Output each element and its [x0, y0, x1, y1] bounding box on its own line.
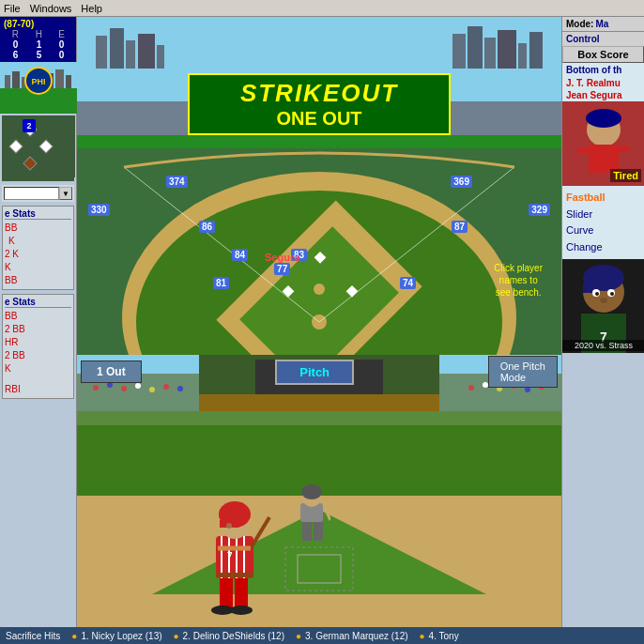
svg-rect-90: [617, 146, 630, 151]
pitch-button[interactable]: Pitch: [275, 360, 354, 385]
svg-rect-58: [199, 394, 439, 411]
inning-text: Bottom of th: [566, 65, 621, 75]
batter-svg: 7: [199, 484, 274, 616]
matchup-label: 2020 vs. Strass: [562, 340, 644, 351]
svg-text:7: 7: [227, 551, 233, 561]
player-74: 74: [400, 277, 416, 289]
stat-1-4: K: [5, 261, 71, 274]
svg-rect-5: [55, 69, 64, 88]
score-table: R H E 0 1 0 6 5 0: [4, 29, 72, 60]
team1-r: 0: [4, 39, 27, 50]
game-view: 7 1 Out Pitch: [77, 355, 561, 644]
svg-point-81: [301, 484, 322, 499]
pitch-change[interactable]: Change: [566, 239, 640, 256]
player-86: 86: [199, 221, 215, 233]
box-score-button[interactable]: Box Score: [562, 46, 644, 63]
svg-text:2: 2: [26, 121, 31, 130]
mode-bar: Mode: Ma: [562, 17, 644, 31]
svg-rect-60: [220, 574, 233, 611]
controller-bar: Control: [562, 31, 644, 46]
batter-photo: 7 2020 vs. Strass: [562, 259, 644, 353]
segura-name: Segura: [265, 252, 299, 263]
bottom-player-2[interactable]: 2. Delino DeShields (12): [183, 631, 284, 641]
player-77: 77: [274, 263, 290, 275]
pitch-slider[interactable]: Slider: [566, 207, 640, 223]
stat-1-2: K: [8, 235, 15, 248]
stat-2-3: HR: [5, 336, 71, 349]
score-header-e: E: [51, 29, 72, 39]
inning-info: Bottom of th: [562, 63, 644, 77]
sacrifice-hits-label: Sacrifice Hits: [6, 631, 60, 641]
bottom-player-1[interactable]: 1. Nicky Lopez (13): [81, 631, 161, 641]
svg-point-99: [610, 292, 614, 296]
right-panel: Mode: Ma Control Box Score Bottom of th …: [561, 17, 644, 644]
svg-line-70: [251, 517, 269, 548]
svg-rect-2: [12, 71, 20, 88]
player-2-name[interactable]: Jean Segura: [562, 89, 644, 101]
stat-1-5: BB: [5, 274, 71, 287]
stat-2-1: BB: [5, 310, 71, 323]
svg-rect-6: [66, 75, 71, 88]
svg-rect-33: [138, 34, 155, 69]
stats-panel-2-title: e Stats: [5, 297, 71, 308]
pitcher-photo: Tired: [562, 101, 644, 186]
svg-rect-1: [5, 75, 10, 88]
score-header-r: R: [4, 29, 27, 39]
bottom-player-3[interactable]: 3. German Marquez (12): [305, 631, 408, 641]
stat-1-3: 2 K: [5, 248, 19, 261]
bottom-bar: Sacrifice Hits ● 1. Nicky Lopez (13) ● 2…: [0, 627, 644, 644]
menu-help[interactable]: Help: [81, 3, 102, 14]
distance-369: 369: [451, 176, 472, 188]
player-1-name[interactable]: J. T. Realmu: [562, 77, 644, 89]
home-plate-area: [284, 545, 355, 592]
pitch-curve[interactable]: Curve: [566, 222, 640, 239]
field-aerial-svg: [77, 148, 561, 355]
base-runners-area: 2: [2, 115, 74, 181]
svg-point-63: [230, 606, 253, 615]
svg-point-75: [226, 523, 232, 529]
tired-badge: Tired: [610, 169, 641, 182]
control-bar: 1 Out Pitch One PitchMode: [77, 355, 561, 389]
main-layout: (87-70) R H E 0 1 0 6 5 0: [0, 17, 644, 644]
svg-rect-34: [157, 45, 164, 69]
svg-line-82: [293, 508, 299, 520]
menu-bar: File Windows Help: [0, 0, 644, 17]
team2-r: 6: [4, 50, 27, 60]
stats-panel-1: e Stats BB K 2 K K BB: [2, 206, 74, 290]
dropdown-arrow-icon[interactable]: ▼: [59, 187, 72, 200]
controller-label: Control: [566, 34, 600, 44]
stat-2-5: K: [5, 362, 71, 376]
svg-rect-30: [96, 36, 107, 69]
team1-e: 0: [51, 39, 72, 50]
one-pitch-mode-button[interactable]: One PitchMode: [488, 356, 558, 388]
menu-windows[interactable]: Windows: [30, 3, 72, 14]
stats-panel-2: e Stats BB 2 BB HR 2 BB K RBI: [2, 294, 74, 399]
player-87: 87: [452, 221, 468, 233]
svg-text:PHI: PHI: [31, 77, 45, 86]
svg-rect-69: [216, 573, 253, 577]
svg-point-23: [314, 284, 325, 295]
click-hint: Click playernames tosee bench.: [494, 262, 543, 299]
team-logo-area: PHI: [0, 62, 77, 114]
player-81: 81: [213, 277, 229, 289]
svg-rect-37: [484, 38, 496, 69]
stat-2-2: 2 BB: [5, 323, 71, 336]
menu-file[interactable]: File: [4, 3, 21, 14]
pitch-fastball[interactable]: Fastball: [566, 190, 640, 207]
dropdown-area[interactable]: ▼: [2, 185, 74, 202]
svg-point-98: [595, 292, 599, 296]
distance-330: 330: [88, 204, 110, 216]
pitch-types-panel: Fastball Slider Curve Change: [562, 186, 644, 259]
distance-329: 329: [529, 204, 550, 216]
one-out-text: ONE OUT: [208, 108, 430, 130]
city-silhouette: [77, 17, 561, 69]
center-panel: Citizens Bank Park: [77, 17, 561, 644]
svg-rect-38: [498, 30, 516, 69]
player-84: 84: [232, 249, 248, 261]
segura-label[interactable]: Segura 77: [265, 252, 299, 275]
team2-h: 5: [27, 50, 51, 60]
team1-h: 1: [27, 39, 51, 50]
mode-value: Ma: [595, 19, 608, 29]
svg-rect-31: [110, 28, 124, 69]
bottom-player-4[interactable]: 4. Tony: [429, 631, 459, 641]
